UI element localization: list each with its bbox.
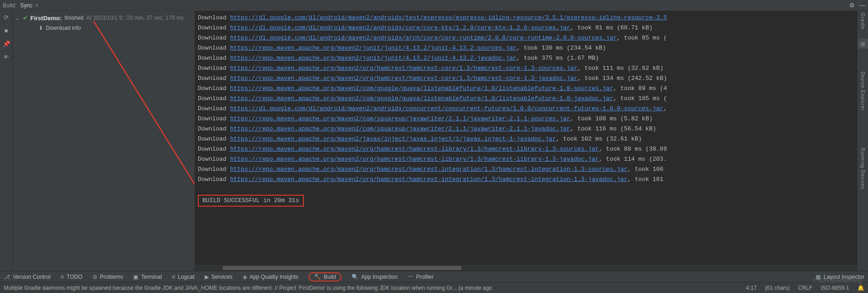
services-icon: ▶ <box>205 274 209 280</box>
build-success-text: BUILD SUCCESSFUL in 20m 31s <box>198 195 304 207</box>
download-url-link[interactable]: https://dl.google.com/dl/android/maven2/… <box>230 24 570 31</box>
download-url-link[interactable]: https://repo.maven.apache.org/maven2/org… <box>230 176 627 183</box>
download-url-link[interactable]: https://repo.maven.apache.org/maven2/jun… <box>230 45 516 51</box>
svg-line-0 <box>94 21 195 202</box>
build-tool-label: Build <box>324 274 336 280</box>
terminal-label: Terminal <box>141 274 162 280</box>
build-tree: ⌄ ✔ FirstDemo: finished At 2023/10/1 9::… <box>13 11 195 271</box>
download-url-link[interactable]: https://repo.maven.apache.org/maven2/org… <box>230 65 577 72</box>
build-label: Build: <box>3 2 17 9</box>
download-url-link[interactable]: https://repo.maven.apache.org/maven2/org… <box>230 156 599 163</box>
download-url-link[interactable]: https://dl.google.com/dl/android/maven2/… <box>230 105 663 112</box>
download-url-link[interactable]: https://repo.maven.apache.org/maven2/org… <box>230 75 577 82</box>
console-line: Download https://repo.maven.apache.org/m… <box>198 53 854 63</box>
download-info-label: Download info <box>46 25 81 31</box>
chevron-down-icon[interactable]: ⌄ <box>16 16 20 21</box>
sync-tab[interactable]: Sync × <box>20 2 39 9</box>
version-control-label: Version Control <box>13 274 50 280</box>
horizontal-scrollbar-thumb[interactable] <box>223 266 461 270</box>
hammer-icon: 🔨 <box>314 274 321 280</box>
download-suffix: , took 89 ms (4 <box>613 85 667 92</box>
problems-label: Problems <box>100 274 123 280</box>
build-tool[interactable]: 🔨Build <box>308 272 342 282</box>
bottom-tool-bar: ⎇Version Control ≡TODO ⊘Problems ▣Termin… <box>0 271 868 282</box>
problems-tool[interactable]: ⊘Problems <box>93 274 123 280</box>
download-suffix: , took 116 ms (56.54 kB) <box>570 125 656 132</box>
download-prefix: Download <box>198 85 230 92</box>
download-url-link[interactable]: https://repo.maven.apache.org/maven2/jav… <box>230 135 556 142</box>
download-prefix: Download <box>198 115 230 122</box>
right-gutter-selected-icon[interactable]: ▤ <box>858 39 868 49</box>
build-output-console[interactable]: Download https://dl.google.com/dl/androi… <box>195 11 857 265</box>
line-ending[interactable]: CRLF <box>798 285 812 291</box>
app-quality-label: App Quality Insights <box>250 274 299 280</box>
download-url-link[interactable]: https://repo.maven.apache.org/maven2/com… <box>230 95 613 102</box>
download-url-link[interactable]: https://repo.maven.apache.org/maven2/org… <box>230 146 599 152</box>
todo-tool[interactable]: ≡TODO <box>61 274 82 280</box>
download-url-link[interactable]: https://repo.maven.apache.org/maven2/com… <box>230 125 570 132</box>
console-line: Download https://repo.maven.apache.org/m… <box>198 84 854 94</box>
main-area: ⟳ ■ 📌 👁 ⌄ ✔ FirstDemo: finished At 2023/… <box>0 11 868 271</box>
download-url-link[interactable]: https://repo.maven.apache.org/maven2/org… <box>230 166 627 173</box>
download-suffix: , took 80 ms (38.89 <box>599 146 667 152</box>
download-suffix: , took 111 ms (32.62 kB) <box>577 65 663 72</box>
layout-inspector-label: Layout Inspector <box>823 274 864 280</box>
console-line: Download https://repo.maven.apache.org/m… <box>198 73 854 84</box>
terminal-tool[interactable]: ▣Terminal <box>133 274 162 280</box>
logcat-icon: ≡ <box>172 274 175 280</box>
console-line: Download https://repo.maven.apache.org/m… <box>198 63 854 73</box>
status-message[interactable]: Multiple Gradle daemons might be spawned… <box>4 285 492 291</box>
list-icon: ≡ <box>61 274 64 280</box>
download-url-link[interactable]: https://repo.maven.apache.org/maven2/com… <box>230 115 570 122</box>
profiler-tool[interactable]: 〰Profiler <box>408 274 433 280</box>
console-line: Download https://repo.maven.apache.org/m… <box>198 43 854 53</box>
gear-icon[interactable]: ⚙ <box>849 2 855 9</box>
services-tool[interactable]: ▶Services <box>205 274 233 280</box>
app-inspection-tool[interactable]: 🔍App Inspection <box>352 274 398 280</box>
stop-icon[interactable]: ■ <box>5 27 8 34</box>
console-line: Download https://repo.maven.apache.org/m… <box>198 164 854 175</box>
device-explorer-button[interactable]: Device Explorer <box>860 72 865 111</box>
minimize-icon[interactable]: — <box>859 2 865 9</box>
project-root-row[interactable]: ⌄ ✔ FirstDemo: finished At 2023/10/1 9::… <box>16 13 192 23</box>
caret-position[interactable]: 4:17 <box>746 285 756 291</box>
gradle-tool-window-button[interactable]: Gradle <box>860 13 865 29</box>
download-url-link[interactable]: https://repo.maven.apache.org/maven2/com… <box>230 85 613 92</box>
download-prefix: Download <box>198 24 230 31</box>
logcat-tool[interactable]: ≡Logcat <box>172 274 195 280</box>
right-gutter: Gradle ▤ Device Explorer Running Devices <box>857 11 868 271</box>
console-blank-line <box>198 185 854 195</box>
download-info-row[interactable]: ⬇ Download info <box>16 23 192 33</box>
left-gutter: ⟳ ■ 📌 👁 <box>0 11 13 271</box>
inspect-icon: 🔍 <box>352 274 358 280</box>
download-url-link[interactable]: https://repo.maven.apache.org/maven2/jun… <box>230 55 516 62</box>
eye-icon[interactable]: 👁 <box>3 54 9 61</box>
layout-inspector-tool[interactable]: ▦Layout Inspector <box>816 274 864 280</box>
download-url-link[interactable]: https://dl.google.com/dl/android/maven2/… <box>230 34 617 41</box>
download-prefix: Download <box>198 156 230 163</box>
refresh-icon[interactable]: ⟳ <box>4 14 9 21</box>
running-devices-button[interactable]: Running Devices <box>860 148 865 190</box>
download-suffix: , took 81 ms (60.71 kB) <box>570 24 652 31</box>
notifications-icon[interactable]: 🔔 <box>857 285 864 291</box>
project-name: FirstDemo: <box>30 15 62 22</box>
download-suffix: , took 105 ms ( <box>613 95 667 102</box>
download-suffix: , took 108 ms (5.82 kB) <box>570 115 652 122</box>
app-quality-tool[interactable]: ◈App Quality Insights <box>243 274 299 280</box>
branch-icon: ⎇ <box>4 274 10 280</box>
download-prefix: Download <box>198 45 230 51</box>
download-suffix: , took 102 ms (32.61 kB) <box>556 135 642 142</box>
console-line: Download https://repo.maven.apache.org/m… <box>198 124 854 134</box>
file-encoding[interactable]: ISO-8859-1 <box>821 285 849 291</box>
console-line: Download https://repo.maven.apache.org/m… <box>198 134 854 144</box>
download-prefix: Download <box>198 125 230 132</box>
download-url-link[interactable]: https://dl.google.com/dl/android/maven2/… <box>230 14 667 21</box>
close-icon[interactable]: × <box>35 2 39 9</box>
download-prefix: Download <box>198 166 230 173</box>
download-suffix: , took 85 ms ( <box>617 34 667 41</box>
annotation-arrow <box>92 19 195 208</box>
horizontal-scrollbar-track[interactable] <box>195 265 857 271</box>
sync-tab-label: Sync <box>20 2 33 9</box>
version-control-tool[interactable]: ⎇Version Control <box>4 274 50 280</box>
pin-icon[interactable]: 📌 <box>3 40 10 47</box>
